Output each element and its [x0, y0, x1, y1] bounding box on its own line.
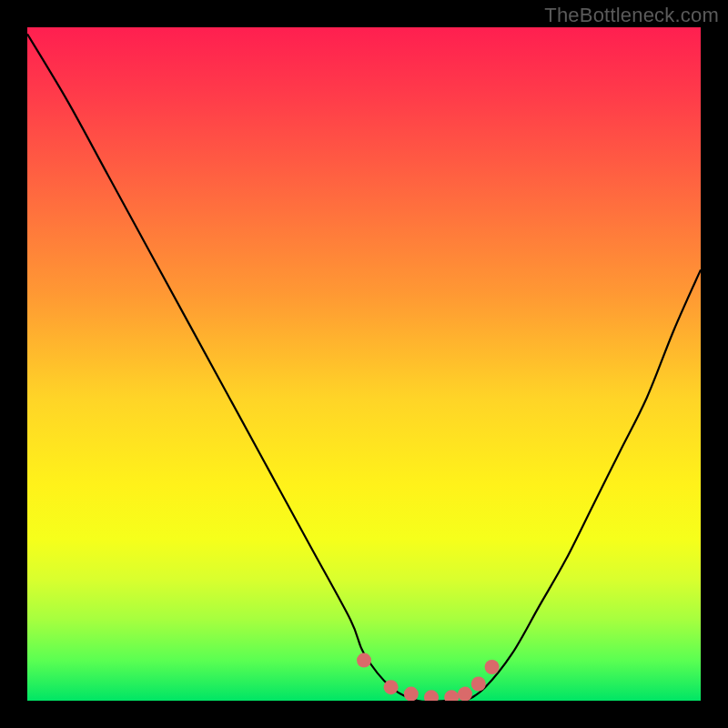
- marker-dot: [404, 687, 419, 701]
- chart-svg: [27, 27, 701, 701]
- marker-dot: [485, 660, 500, 674]
- marker-dot: [458, 687, 472, 701]
- chart-container: TheBottleneck.com: [0, 0, 728, 728]
- marker-dot: [424, 690, 439, 701]
- plot-area: [27, 27, 701, 701]
- marker-dot: [384, 680, 399, 694]
- marker-dot: [444, 690, 459, 701]
- marker-dot: [471, 677, 486, 692]
- curve-line: [27, 34, 701, 701]
- watermark-label: TheBottleneck.com: [544, 4, 719, 27]
- marker-dot: [357, 653, 371, 668]
